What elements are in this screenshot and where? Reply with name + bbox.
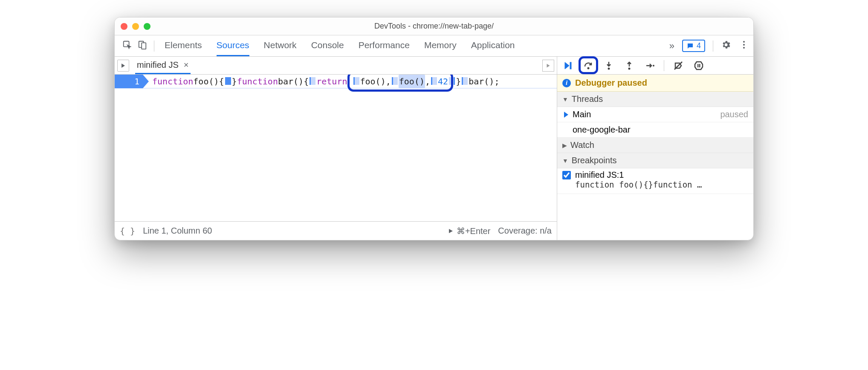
thread-main[interactable]: Main paused [557, 107, 753, 122]
thread-one-google-bar[interactable]: one-google-bar [557, 122, 753, 138]
svg-point-4 [743, 44, 745, 46]
token-call-foo: foo() [399, 75, 425, 88]
svg-point-10 [653, 65, 654, 66]
tab-application[interactable]: Application [471, 35, 515, 56]
issues-button[interactable]: 4 [682, 40, 705, 52]
device-toolbar-icon[interactable] [138, 40, 147, 52]
token-number: 42 [438, 75, 448, 88]
execution-marker-icon [225, 77, 231, 85]
token-bar-decl: bar(){ [278, 75, 309, 88]
svg-rect-2 [142, 43, 146, 49]
titlebar: DevTools - chrome://new-tab-page/ [115, 17, 753, 35]
breakpoint-checkbox[interactable] [562, 171, 571, 179]
coverage-status[interactable]: Coverage: n/a [498, 226, 552, 236]
token-brace: } [456, 75, 461, 88]
issues-count: 4 [697, 41, 701, 50]
disclosure-triangle-icon: ▼ [562, 96, 568, 103]
run-hint-label: ⌘+Enter [457, 226, 490, 236]
step-over-button[interactable] [582, 59, 595, 72]
svg-point-3 [743, 41, 745, 43]
tab-performance[interactable]: Performance [359, 35, 410, 56]
tab-network[interactable]: Network [264, 35, 297, 56]
minimize-window-button[interactable] [132, 23, 139, 30]
resume-button[interactable] [561, 59, 574, 72]
run-snippet-button[interactable] [542, 60, 554, 72]
file-tab-minified-js[interactable]: minified JS × [135, 57, 191, 74]
kebab-menu-icon[interactable] [739, 40, 749, 52]
inspect-icon[interactable] [122, 40, 132, 52]
token-keyword-return: return [316, 75, 347, 88]
debugger-panel: i Debugger paused ▼ Threads Main paused … [557, 57, 753, 240]
svg-rect-12 [697, 64, 699, 67]
step-marker-icon [431, 77, 437, 85]
breakpoint-label: minified JS:1 [575, 170, 624, 180]
token-foo-decl: foo(){ [193, 75, 224, 88]
step-marker-icon [462, 77, 468, 85]
step-into-button[interactable] [602, 59, 615, 72]
code-line-1: function foo(){}function bar(){return fo… [152, 75, 499, 88]
pretty-print-button[interactable]: { } [120, 226, 135, 236]
zoom-window-button[interactable] [144, 23, 150, 30]
pause-on-exceptions-button[interactable] [692, 59, 705, 72]
svg-point-9 [628, 67, 631, 69]
svg-point-7 [587, 67, 590, 69]
line-number[interactable]: 1 [115, 75, 143, 88]
svg-point-5 [743, 47, 745, 49]
thread-name: Main [573, 110, 591, 119]
svg-rect-6 [570, 62, 571, 69]
step-marker-icon [449, 77, 455, 85]
disclosure-triangle-icon: ▶ [562, 142, 567, 149]
token-comma: , [425, 75, 430, 88]
tab-sources[interactable]: Sources [217, 35, 249, 56]
sources-panel: minified JS × 1 function foo(){}function… [115, 57, 557, 240]
debugger-paused-banner: i Debugger paused [557, 75, 753, 92]
thread-status: paused [720, 110, 748, 119]
token-call-bar: bar(); [469, 75, 499, 88]
step-button[interactable] [643, 59, 656, 72]
deactivate-breakpoints-button[interactable] [672, 59, 685, 72]
disclosure-triangle-icon: ▼ [562, 157, 568, 164]
watch-section-header[interactable]: ▶ Watch [557, 138, 753, 153]
window-controls [121, 23, 150, 30]
watch-section-label: Watch [570, 140, 594, 150]
svg-point-8 [608, 67, 610, 69]
main-toolbar: Elements Sources Network Console Perform… [115, 35, 753, 57]
svg-rect-13 [699, 64, 700, 67]
debugger-toolbar [557, 57, 753, 75]
window-title: DevTools - chrome://new-tab-page/ [115, 22, 753, 31]
breakpoint-item[interactable]: minified JS:1 function foo(){}function … [557, 168, 753, 194]
step-marker-icon [310, 77, 315, 85]
thread-name: one-google-bar [573, 125, 631, 135]
threads-section-header[interactable]: ▼ Threads [557, 92, 753, 107]
token-call-foo: foo() [360, 75, 386, 88]
token-comma: , [386, 75, 391, 88]
file-tab-label: minified JS [137, 60, 179, 70]
cursor-position: Line 1, Column 60 [143, 226, 212, 236]
tab-elements[interactable]: Elements [165, 35, 202, 56]
breakpoint-snippet: function foo(){}function … [562, 180, 748, 189]
settings-icon[interactable] [721, 40, 731, 52]
threads-section-label: Threads [572, 94, 603, 104]
devtools-window: DevTools - chrome://new-tab-page/ Elemen… [114, 17, 754, 240]
step-out-button[interactable] [623, 59, 636, 72]
main-area: minified JS × 1 function foo(){}function… [115, 57, 753, 240]
token-keyword-function: function [152, 75, 193, 88]
panel-tabs: Elements Sources Network Console Perform… [165, 35, 515, 56]
more-tabs-button[interactable]: » [669, 40, 674, 52]
close-window-button[interactable] [121, 23, 127, 30]
run-hint: ⌘+Enter [447, 226, 490, 236]
tab-memory[interactable]: Memory [424, 35, 457, 56]
step-marker-icon [353, 77, 359, 85]
code-editor[interactable]: 1 function foo(){}function bar(){return … [115, 75, 557, 221]
tab-console[interactable]: Console [311, 35, 344, 56]
breakpoints-section-label: Breakpoints [572, 156, 617, 165]
close-file-tab-button[interactable]: × [184, 60, 189, 70]
token-brace: } [232, 75, 237, 88]
breakpoints-section-header[interactable]: ▼ Breakpoints [557, 153, 753, 168]
navigator-toggle-button[interactable] [117, 60, 129, 72]
token-keyword-function: function [237, 75, 278, 88]
step-marker-icon [392, 77, 398, 85]
info-icon: i [562, 79, 571, 87]
file-tab-bar: minified JS × [115, 57, 557, 75]
paused-label: Debugger paused [575, 78, 647, 88]
